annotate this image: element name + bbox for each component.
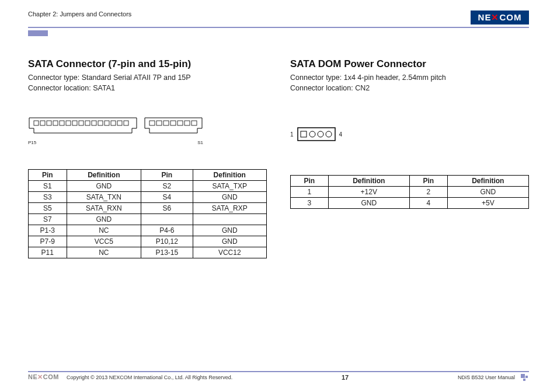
table-cell	[193, 214, 266, 225]
tab-marker	[28, 30, 48, 36]
svg-rect-11	[92, 121, 96, 125]
svg-rect-20	[170, 121, 176, 125]
table-header: Definition	[447, 176, 528, 187]
svg-rect-30	[521, 374, 525, 378]
sata-conn-loc: Connector location: SATA1	[28, 83, 267, 93]
table-row: S3SATA_TXNS4GND	[29, 192, 267, 203]
table-cell: P1-3	[29, 225, 67, 236]
table-cell: P4-6	[141, 225, 193, 236]
table-cell: S4	[141, 192, 193, 203]
table-cell: VCC5	[67, 236, 141, 247]
svg-rect-15	[117, 121, 122, 125]
svg-rect-10	[85, 121, 90, 125]
table-cell: SATA_TXN	[67, 192, 141, 203]
table-cell: P10,12	[141, 236, 193, 247]
table-cell: GND	[193, 236, 266, 247]
manual-name: NDiS B532 User Manual	[458, 374, 515, 380]
table-cell: VCC12	[193, 247, 266, 258]
chapter-label: Chapter 2: Jumpers and Connectors	[28, 10, 131, 18]
table-row: S7GND	[29, 214, 267, 225]
svg-rect-32	[523, 379, 525, 381]
table-cell: 3	[291, 198, 329, 209]
sata-diag-label-p15: P15	[28, 140, 36, 145]
dom-diag-label-1: 1	[290, 131, 294, 138]
page-number: 17	[342, 374, 349, 381]
table-cell: SATA_RXN	[67, 203, 141, 214]
table-row: 3GND4+5V	[291, 198, 529, 209]
dom-connector-title: SATA DOM Power Connector	[290, 58, 529, 70]
svg-rect-9	[79, 121, 83, 125]
svg-rect-5	[53, 121, 58, 125]
svg-point-26	[309, 131, 315, 137]
table-cell: GND	[193, 225, 266, 236]
table-cell: SATA_RXP	[193, 203, 266, 214]
table-cell: S3	[29, 192, 67, 203]
table-cell: S6	[141, 203, 193, 214]
table-cell: P7-9	[29, 236, 67, 247]
table-cell: SATA_TXP	[193, 181, 266, 192]
svg-rect-7	[66, 121, 71, 125]
dom-connector-diagram: 1 4	[290, 117, 529, 152]
dom-conn-type: Connector type: 1x4 4-pin header, 2.54mm…	[290, 72, 529, 83]
table-cell: 4	[409, 198, 447, 209]
table-cell: +5V	[447, 198, 528, 209]
table-header: Pin	[291, 176, 329, 187]
svg-text:NE✕COM: NE✕COM	[478, 12, 522, 22]
svg-rect-23	[192, 121, 197, 125]
table-cell: P11	[29, 247, 67, 258]
svg-point-28	[326, 131, 332, 137]
dom-pin-table: PinDefinitionPinDefinition 1+12V2GND3GND…	[290, 175, 529, 209]
svg-rect-2	[34, 121, 39, 125]
table-cell: 2	[409, 187, 447, 198]
table-cell: 1	[291, 187, 329, 198]
svg-rect-13	[105, 121, 109, 125]
svg-rect-8	[72, 121, 77, 125]
svg-rect-16	[124, 121, 128, 125]
table-cell: NC	[67, 225, 141, 236]
table-row: P7-9VCC5P10,12GND	[29, 236, 267, 247]
table-header: Pin	[29, 170, 67, 181]
svg-rect-14	[111, 121, 116, 125]
table-row: P11NCP13-15VCC12	[29, 247, 267, 258]
table-row: S1GNDS2SATA_TXP	[29, 181, 267, 192]
svg-rect-17	[149, 121, 155, 125]
footer-divider	[28, 371, 529, 372]
sata-connector-diagram: P15 S1	[28, 117, 267, 152]
table-cell: P13-15	[141, 247, 193, 258]
svg-rect-4	[47, 121, 51, 125]
dom-conn-loc: Connector location: CN2	[290, 83, 529, 93]
svg-rect-6	[60, 121, 64, 125]
table-header: Definition	[193, 170, 266, 181]
table-cell: GND	[67, 214, 141, 225]
svg-rect-18	[156, 121, 162, 125]
table-cell: S7	[29, 214, 67, 225]
table-cell: +12V	[328, 187, 409, 198]
table-row: 1+12V2GND	[291, 187, 529, 198]
table-cell: GND	[67, 181, 141, 192]
table-row: S5SATA_RXNS6SATA_RXP	[29, 203, 267, 214]
table-cell: S1	[29, 181, 67, 192]
table-cell	[141, 214, 193, 225]
svg-rect-25	[301, 131, 307, 137]
sata-diag-label-s1: S1	[197, 140, 203, 145]
table-cell: S2	[141, 181, 193, 192]
svg-rect-24	[298, 128, 335, 141]
svg-point-27	[318, 131, 323, 137]
table-cell: NC	[67, 247, 141, 258]
sata-connector-title: SATA Connector (7-pin and 15-pin)	[28, 58, 267, 70]
svg-text:NE✕COM: NE✕COM	[28, 373, 59, 380]
table-cell: GND	[447, 187, 528, 198]
footer-mark-icon	[521, 374, 529, 381]
nexcom-footer-logo: NE✕COM	[28, 373, 61, 382]
table-row: P1-3NCP4-6GND	[29, 225, 267, 236]
svg-rect-3	[40, 121, 45, 125]
table-header: Definition	[328, 176, 409, 187]
table-cell: GND	[328, 198, 409, 209]
sata-pin-table: PinDefinitionPinDefinition S1GNDS2SATA_T…	[28, 169, 267, 258]
svg-rect-12	[98, 121, 103, 125]
dom-diag-label-4: 4	[339, 131, 343, 138]
svg-rect-19	[163, 121, 169, 125]
svg-rect-22	[184, 121, 190, 125]
svg-rect-31	[525, 376, 528, 378]
sata-conn-type: Connector type: Standard Serial ATAII 7P…	[28, 72, 267, 83]
